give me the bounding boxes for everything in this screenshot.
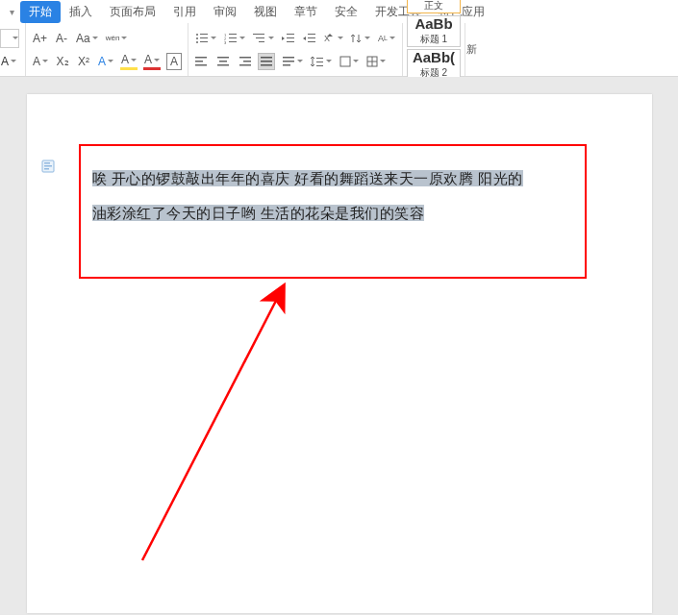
svg-rect-25 xyxy=(217,57,229,59)
svg-rect-14 xyxy=(259,41,264,42)
styles-group: AaBbCcDd 正文 AaBb 标题 1 AaBb( 标题 2 AaBbC( … xyxy=(403,23,465,76)
menu-dropdown-icon[interactable]: ▾ xyxy=(10,7,14,17)
font-combo-group: A xyxy=(0,23,26,76)
decrease-indent-button[interactable] xyxy=(281,30,296,47)
highlight-button[interactable]: A xyxy=(120,53,138,70)
svg-rect-12 xyxy=(253,34,264,35)
font-format-group: A+ A- Aa wén A X₂ X² A A A A xyxy=(26,23,188,76)
style-label: 标题 1 xyxy=(420,33,447,46)
tab-start[interactable]: 开始 xyxy=(20,1,61,23)
text-direction-button[interactable]: X xyxy=(323,30,344,47)
multilevel-button[interactable] xyxy=(252,30,275,47)
svg-point-0 xyxy=(196,34,198,36)
svg-rect-26 xyxy=(219,61,227,62)
style-preview: AaBb( xyxy=(413,50,455,64)
svg-rect-24 xyxy=(195,64,207,66)
svg-rect-17 xyxy=(287,41,294,42)
svg-line-48 xyxy=(142,295,279,560)
svg-rect-30 xyxy=(239,64,251,66)
tab-insert[interactable]: 插入 xyxy=(61,1,101,23)
shading-button[interactable] xyxy=(339,53,360,70)
svg-rect-35 xyxy=(283,61,294,62)
align-justify-button[interactable] xyxy=(258,53,275,70)
svg-rect-20 xyxy=(308,41,315,42)
font-color-button[interactable]: A xyxy=(143,53,161,70)
svg-rect-23 xyxy=(195,61,203,62)
svg-rect-3 xyxy=(200,37,208,38)
char-border-button[interactable]: A xyxy=(166,53,182,70)
svg-point-2 xyxy=(196,37,198,39)
svg-rect-47 xyxy=(44,168,49,170)
bullets-button[interactable] xyxy=(194,30,217,47)
change-case-button[interactable]: Aa xyxy=(75,30,99,47)
align-right-button[interactable] xyxy=(237,53,252,70)
styles-more[interactable]: 新 xyxy=(465,23,478,76)
style-label: 正文 xyxy=(424,0,443,12)
svg-rect-5 xyxy=(200,41,208,42)
svg-rect-9 xyxy=(229,37,237,38)
style-normal[interactable]: AaBbCcDd 正文 xyxy=(407,0,461,13)
document-page[interactable]: 唉 开心的锣鼓敲出年年的喜庆 好看的舞蹈送来天一原欢腾 阳光的 油彩涂红了今天的… xyxy=(27,94,652,613)
show-marks-button[interactable]: AL xyxy=(377,30,396,47)
svg-text:3: 3 xyxy=(224,40,227,44)
tab-review[interactable]: 审阅 xyxy=(205,1,245,23)
svg-rect-27 xyxy=(217,64,229,66)
svg-rect-1 xyxy=(200,34,208,35)
phonetic-guide-button[interactable]: wén xyxy=(105,30,129,47)
style-preview: AaBb xyxy=(414,16,452,31)
line-spacing-button[interactable] xyxy=(310,53,333,70)
svg-rect-33 xyxy=(261,64,272,66)
font-color-partial[interactable]: A xyxy=(0,53,17,70)
svg-rect-32 xyxy=(261,61,272,62)
svg-rect-45 xyxy=(44,162,50,164)
selected-text-line1: 唉 开心的锣鼓敲出年年的喜庆 好看的舞蹈送来天一原欢腾 阳光的 xyxy=(92,170,523,186)
svg-rect-46 xyxy=(44,165,52,167)
borders-button[interactable] xyxy=(365,53,387,70)
annotation-arrow xyxy=(115,282,346,570)
align-distribute-button[interactable] xyxy=(281,53,304,70)
workspace: 唉 开心的锣鼓敲出年年的喜庆 好看的舞蹈送来天一原欢腾 阳光的 油彩涂红了今天的… xyxy=(0,77,678,615)
paragraph-group: 123 X AL xyxy=(188,23,403,76)
increase-indent-button[interactable] xyxy=(302,30,317,47)
shrink-font-button[interactable]: A- xyxy=(54,30,69,47)
svg-rect-7 xyxy=(229,34,237,35)
svg-rect-19 xyxy=(308,37,315,38)
ribbon: A A+ A- Aa wén A X₂ X² A A A A 123 xyxy=(0,23,678,77)
svg-rect-31 xyxy=(261,57,272,59)
tab-references[interactable]: 引用 xyxy=(164,1,205,23)
superscript-button[interactable]: X² xyxy=(76,53,91,70)
char-effects-button[interactable]: A xyxy=(97,53,114,70)
tab-security[interactable]: 安全 xyxy=(326,1,366,23)
style-heading2[interactable]: AaBb( 标题 2 xyxy=(407,49,461,81)
section-marker-icon xyxy=(41,160,57,173)
style-heading1[interactable]: AaBb 标题 1 xyxy=(407,15,461,47)
selected-text-line2: 油彩涂红了今天的日子哟 生活的花朵是我们的笑容 xyxy=(92,205,425,221)
grow-font-button[interactable]: A+ xyxy=(32,30,48,47)
svg-rect-38 xyxy=(316,62,323,62)
strike-button[interactable]: A xyxy=(32,53,49,70)
svg-rect-15 xyxy=(287,34,294,35)
svg-rect-29 xyxy=(243,61,251,62)
tab-view[interactable]: 视图 xyxy=(245,1,286,23)
svg-rect-18 xyxy=(308,34,315,35)
svg-rect-11 xyxy=(229,41,237,42)
menu-tabs: ▾ 开始 插入 页面布局 引用 审阅 视图 章节 安全 开发工具 特色应用 xyxy=(0,0,678,23)
svg-rect-22 xyxy=(195,57,207,59)
font-size-combo[interactable] xyxy=(0,29,19,48)
sort-button[interactable] xyxy=(350,30,371,47)
document-text[interactable]: 唉 开心的锣鼓敲出年年的喜庆 好看的舞蹈送来天一原欢腾 阳光的 油彩涂红了今天的… xyxy=(92,161,577,231)
align-center-button[interactable] xyxy=(215,53,231,70)
svg-rect-40 xyxy=(340,57,350,66)
subscript-button[interactable]: X₂ xyxy=(55,53,70,70)
svg-rect-13 xyxy=(256,37,264,38)
tab-pagelayout[interactable]: 页面布局 xyxy=(101,1,164,23)
svg-rect-36 xyxy=(283,64,290,66)
svg-rect-16 xyxy=(287,37,294,38)
svg-rect-34 xyxy=(283,57,294,59)
svg-rect-28 xyxy=(239,57,251,59)
svg-rect-37 xyxy=(316,58,323,59)
tab-chapter[interactable]: 章节 xyxy=(286,1,326,23)
numbering-button[interactable]: 123 xyxy=(223,30,246,47)
align-left-button[interactable] xyxy=(194,53,210,70)
svg-point-4 xyxy=(196,41,198,43)
